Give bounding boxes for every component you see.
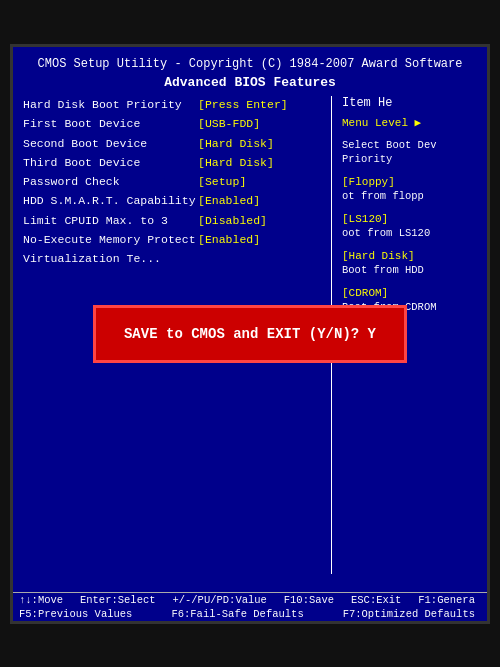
save-exit-dialog[interactable]: SAVE to CMOS and EXIT (Y/N)? Y bbox=[93, 305, 407, 363]
dialog-text: SAVE to CMOS and EXIT (Y/N)? Y bbox=[124, 326, 376, 342]
bios-screen: CMOS Setup Utility - Copyright (C) 1984-… bbox=[10, 44, 490, 624]
dialog-overlay: SAVE to CMOS and EXIT (Y/N)? Y bbox=[13, 47, 487, 621]
